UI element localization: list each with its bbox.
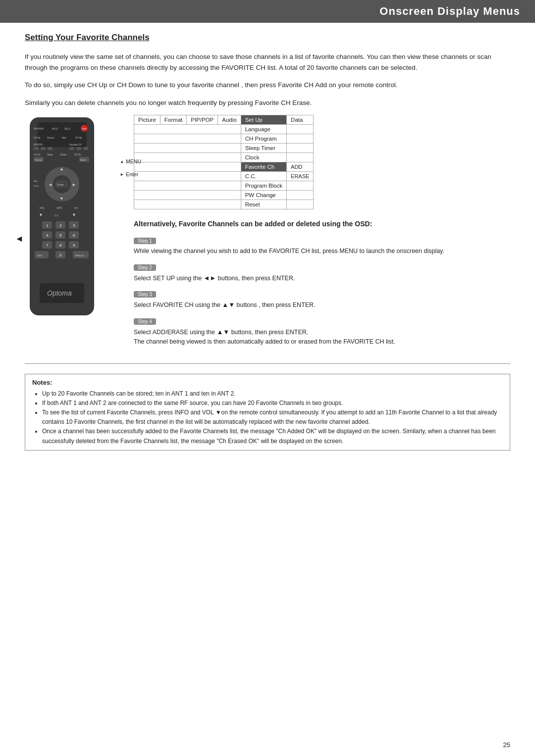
svg-text:Source: Source — [47, 137, 54, 139]
svg-text:5: 5 — [59, 233, 62, 238]
svg-text:2: 2 — [59, 223, 62, 228]
osd-item-pwchange: PW Change — [241, 191, 286, 200]
svg-text:CH Dn: CH Dn — [34, 153, 41, 156]
svg-text:PIP/POP: PIP/POP — [34, 127, 44, 130]
osd-item-reset: Reset — [241, 200, 286, 209]
svg-text:Return: Return — [75, 254, 84, 257]
svg-text:9: 9 — [73, 243, 75, 248]
svg-text:SD.S: SD.S — [64, 127, 70, 130]
left-arrow-icon: ◄ — [15, 234, 24, 244]
step-4-box: Step 4 Select ADD/ERASE using the ▲▼ but… — [134, 317, 510, 347]
svg-text:CH: CH — [74, 206, 78, 209]
osd-item-chprogram: CH Program — [241, 134, 286, 144]
svg-rect-18 — [83, 147, 88, 150]
svg-text:▼: ▼ — [72, 212, 76, 217]
svg-text:PIP/POP: PIP/POP — [34, 144, 43, 146]
page-header: Onscreen Display Menus — [0, 0, 535, 23]
step-3-box: Step 3 Select FAVORITE CH using the ▲▼ b… — [134, 290, 510, 310]
step-4-label: Step 4 — [134, 318, 156, 325]
instructions-title: Alternatively, Favorite Channels can be … — [134, 219, 510, 229]
svg-text:Erase: Erase — [60, 153, 66, 156]
svg-text:8: 8 — [59, 243, 62, 248]
section-title: Setting Your Favorite Channels — [25, 33, 510, 43]
svg-text:Menu: Menu — [80, 159, 86, 161]
osd-tab-picture: Picture — [134, 115, 160, 125]
osd-tab-pippop: PIP/POP — [187, 115, 218, 125]
svg-text:◄: ◄ — [48, 182, 53, 187]
osd-tab-setup: Set Up — [241, 115, 286, 125]
svg-text:VOL: VOL — [40, 206, 45, 209]
osd-item-language: Language — [241, 125, 286, 134]
osd-item-programblock: Program Block — [241, 181, 286, 191]
intro-paragraph-3: Similarly you can delete channels you no… — [25, 98, 510, 108]
svg-text:6: 6 — [73, 233, 75, 238]
note-item-4: Once a channel has been successfully add… — [42, 427, 503, 446]
svg-text:▲: ▲ — [59, 166, 64, 171]
osd-item-cc: C.C. — [241, 172, 286, 181]
step-2-label: Step 2 — [134, 264, 156, 271]
svg-text:C.C.: C.C. — [54, 214, 59, 217]
svg-text:CH Up: CH Up — [75, 137, 82, 139]
svg-text:▼: ▼ — [59, 196, 64, 201]
page-title: Onscreen Display Menus — [15, 5, 520, 18]
note-item-3: To see the list of current Favorite Chan… — [42, 408, 503, 427]
step-1-text: While viewing the channel you wish to ad… — [134, 247, 510, 256]
notes-list: Up to 20 Favorite Channels can be stored… — [32, 389, 503, 446]
svg-text:MTS: MTS — [57, 206, 62, 209]
svg-text:Map: Map — [34, 180, 38, 182]
osd-item-clock: Clock — [241, 153, 286, 162]
osd-erase-label: ERASE — [287, 172, 314, 181]
step-3-label: Step 3 — [134, 291, 156, 298]
notes-section: Notes: Up to 20 Favorite Channels can be… — [25, 374, 510, 451]
svg-text:Optoma: Optoma — [47, 289, 72, 297]
svg-text:3: 3 — [73, 223, 75, 228]
svg-text:Format: Format — [35, 159, 42, 161]
osd-item-sleeptimer: Sleep Timer — [241, 144, 286, 153]
svg-text:►: ► — [72, 182, 76, 187]
page-number: 25 — [503, 741, 510, 749]
svg-text:Swap: Swap — [47, 153, 53, 156]
svg-text:Favorite CH: Favorite CH — [69, 144, 81, 146]
steps-container: Step 1 While viewing the channel you wis… — [134, 236, 510, 347]
svg-text:Pwr: Pwr — [82, 127, 87, 130]
note-item-2: If both ANT 1 and ANT 2 are connected to… — [42, 399, 503, 408]
svg-rect-16 — [69, 147, 74, 150]
osd-tab-audio: Audio — [218, 115, 241, 125]
svg-text:Enter: Enter — [57, 183, 64, 186]
svg-rect-14 — [41, 147, 46, 150]
svg-text:Info: Info — [37, 254, 43, 257]
remote-illustration: ◄ PIP/POP HD.S SD.S Pwr CH Up Source Add… — [25, 115, 114, 324]
remote-svg: PIP/POP HD.S SD.S Pwr CH Up Source Add C… — [25, 115, 102, 323]
osd-tab-data: Data — [287, 115, 314, 125]
osd-tab-format: Format — [160, 115, 186, 125]
osd-and-instructions: Picture Format PIP/POP Audio Set Up Data… — [124, 115, 510, 353]
svg-text:▼: ▼ — [39, 212, 43, 217]
svg-text:CH Up: CH Up — [34, 137, 41, 139]
svg-rect-13 — [34, 147, 39, 150]
notes-title: Notes: — [32, 379, 52, 386]
intro-paragraph-1: If you routinely view the same set of ch… — [25, 51, 510, 73]
svg-text:0: 0 — [59, 253, 62, 257]
note-item-1: Up to 20 Favorite Channels can be stored… — [42, 389, 503, 399]
svg-text:Add: Add — [62, 137, 66, 139]
svg-text:7: 7 — [46, 243, 49, 248]
svg-text:4: 4 — [46, 233, 49, 238]
svg-text:HD.S: HD.S — [52, 127, 58, 130]
step-1-label: Step 1 — [134, 238, 156, 244]
intro-paragraph-2: To do so, simply use CH Up or CH Down to… — [25, 80, 510, 91]
osd-item-favoritech: Favorite Ch — [241, 162, 286, 172]
svg-rect-15 — [48, 147, 53, 150]
step-3-text: Select FAVORITE CH using the ▲▼ buttons … — [134, 300, 510, 310]
osd-menu-table: Picture Format PIP/POP Audio Set Up Data… — [134, 115, 314, 209]
step-1-box: Step 1 While viewing the channel you wis… — [134, 236, 510, 256]
svg-text:Sleep: Sleep — [34, 185, 39, 187]
menu-label: MENU — [126, 158, 141, 164]
step-2-text: Select SET UP using the ◄► buttons, then… — [134, 273, 510, 283]
main-content-area: ◄ PIP/POP HD.S SD.S Pwr CH Up Source Add… — [25, 115, 510, 353]
svg-text:CH Dn: CH Dn — [74, 153, 81, 156]
button-labels: ▲ MENU ► Enter — [120, 158, 141, 177]
step-4-text: Select ADD/ERASE using the ▲▼ buttons, t… — [134, 327, 510, 347]
osd-add-label: ADD — [287, 162, 314, 172]
section-divider — [25, 363, 510, 364]
enter-label: Enter — [126, 171, 138, 177]
